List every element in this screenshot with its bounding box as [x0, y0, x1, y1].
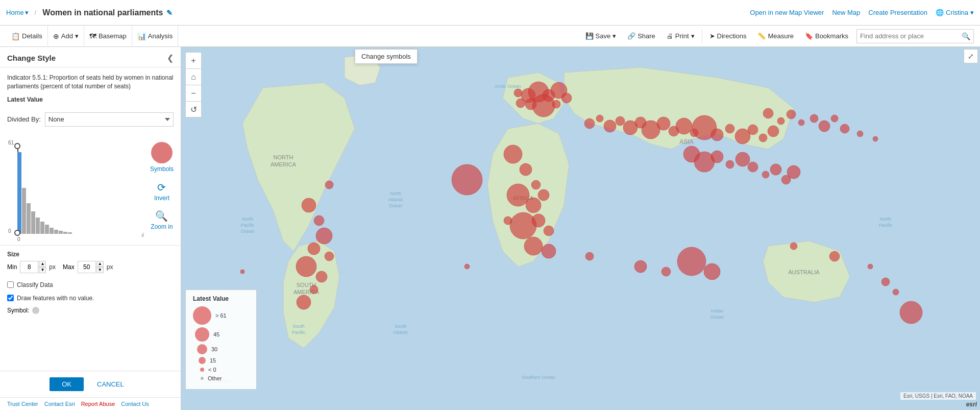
trust-center-link[interactable]: Trust Center — [7, 401, 38, 407]
svg-point-73 — [787, 165, 800, 179]
svg-point-57 — [538, 189, 549, 201]
svg-text:Atlantic: Atlantic — [393, 330, 408, 335]
svg-point-67 — [726, 160, 734, 168]
add-label: Add — [61, 32, 73, 40]
size-min-input[interactable]: 8 — [20, 261, 38, 273]
cancel-button[interactable]: CANCEL — [90, 377, 131, 391]
report-abuse-link[interactable]: Report Abuse — [81, 401, 115, 407]
open-new-map-viewer-link[interactable]: Open in new Map Viewer — [750, 9, 824, 16]
legend-circle-tiny — [200, 368, 204, 372]
search-box[interactable]: 🔍 — [856, 29, 974, 43]
save-icon: 💾 — [585, 32, 594, 40]
details-button[interactable]: 📋 Details — [6, 26, 48, 47]
svg-point-90 — [296, 256, 316, 277]
add-button[interactable]: ⊕ Add ▾ — [48, 26, 84, 47]
svg-point-97 — [677, 247, 706, 276]
svg-point-89 — [325, 252, 334, 261]
divided-by-label: Divided By: — [7, 115, 41, 123]
save-button[interactable]: 💾 Save ▾ — [580, 26, 622, 47]
draw-no-value-checkbox[interactable] — [7, 295, 14, 301]
divided-by-row: Divided By: None Population Area — [7, 112, 174, 127]
basemap-button[interactable]: 🗺 Basemap — [84, 26, 132, 47]
histogram-chart: 61 0 0 x̄ — [7, 138, 146, 245]
svg-point-43 — [676, 118, 692, 134]
directions-button[interactable]: ➤ Directions — [704, 26, 752, 47]
svg-point-52 — [504, 145, 522, 163]
home-button[interactable]: ⌂ — [185, 68, 202, 85]
change-symbols-popup[interactable]: Change symbols — [355, 49, 418, 64]
new-map-link[interactable]: New Map — [832, 9, 860, 16]
legend-label-5: Other — [208, 375, 222, 381]
svg-text:South: South — [292, 324, 305, 329]
size-min-up-button[interactable]: ▲ — [39, 261, 46, 267]
create-presentation-link[interactable]: Create Presentation — [868, 9, 927, 16]
svg-point-60 — [532, 214, 545, 227]
ok-button[interactable]: OK — [50, 377, 84, 391]
svg-point-35 — [596, 115, 603, 122]
directions-icon: ➤ — [709, 32, 715, 40]
panel-footer-buttons: OK CANCEL — [0, 371, 181, 397]
zoom-in-button[interactable]: + — [185, 52, 202, 68]
user-menu[interactable]: 🌐 Cristina ▾ — [936, 9, 974, 16]
size-label: Size — [7, 251, 174, 258]
legend-circle-large — [193, 306, 211, 325]
size-row: Min 8 ▲ ▼ px Max 50 ▲ ▼ px — [7, 261, 174, 273]
svg-point-85 — [302, 198, 316, 212]
svg-point-30 — [516, 99, 525, 108]
home-label[interactable]: Home — [6, 9, 24, 16]
size-min-unit: px — [49, 263, 56, 271]
map-title: Women in national parliaments ✎ — [42, 8, 172, 17]
svg-text:North: North — [880, 216, 891, 222]
hist-bar — [68, 232, 72, 234]
analysis-button[interactable]: 📊 Analysis — [132, 26, 178, 47]
panel-close-button[interactable]: ❮ — [167, 53, 174, 63]
measure-button[interactable]: 📏 Measure — [752, 26, 799, 47]
hist-bar — [54, 230, 58, 234]
svg-point-66 — [711, 151, 723, 163]
details-icon: 📋 — [11, 32, 20, 40]
classify-data-label[interactable]: Classify Data — [17, 281, 53, 288]
map-area[interactable]: NORTH AMERICA SOUTH AMERICA ASIA AFRICA … — [181, 47, 980, 410]
legend-label-4: < 0 — [208, 367, 216, 373]
svg-point-70 — [762, 171, 769, 178]
zoom-in-icon[interactable]: 🔍 — [155, 210, 168, 222]
invert-label[interactable]: Invert — [154, 195, 169, 202]
add-icon: ⊕ — [53, 32, 59, 40]
size-max-up-button[interactable]: ▲ — [96, 261, 104, 267]
contact-esri-link[interactable]: Contact Esri — [44, 401, 75, 407]
zoom-out-button[interactable]: − — [185, 85, 202, 101]
draw-no-value-label[interactable]: Draw features with no value. — [17, 295, 94, 302]
svg-text:North: North — [390, 191, 401, 196]
svg-text:Indian: Indian — [711, 308, 724, 313]
edit-title-icon[interactable]: ✎ — [166, 9, 173, 17]
basemap-label: Basemap — [99, 32, 127, 40]
hist-handle-top[interactable] — [14, 143, 20, 149]
user-name: Cristina — [946, 9, 968, 16]
size-min-down-button[interactable]: ▼ — [39, 267, 46, 273]
home-link[interactable]: Home ▾ — [6, 9, 29, 16]
refresh-button[interactable]: ↺ — [185, 101, 202, 117]
svg-point-83 — [873, 136, 878, 141]
map-expand-button[interactable]: ⤢ — [964, 49, 978, 63]
bookmarks-button[interactable]: 🔖 Bookmarks — [800, 26, 853, 47]
invert-icon[interactable]: ⟳ — [157, 181, 166, 194]
share-button[interactable]: 🔗 Share — [622, 26, 660, 47]
svg-point-105 — [240, 270, 244, 274]
svg-point-80 — [831, 115, 838, 122]
size-max-input[interactable]: 50 — [78, 261, 96, 273]
search-input[interactable] — [860, 32, 962, 40]
size-max-down-button[interactable]: ▼ — [96, 267, 104, 273]
zoom-in-label[interactable]: Zoom in — [151, 223, 173, 230]
search-icon[interactable]: 🔍 — [962, 32, 970, 40]
svg-point-46 — [711, 129, 723, 141]
symbols-label[interactable]: Symbols — [150, 165, 174, 173]
svg-text:Ocean: Ocean — [710, 315, 724, 320]
svg-text:AMERICA: AMERICA — [271, 161, 297, 167]
classify-data-checkbox[interactable] — [7, 281, 14, 288]
divided-by-select[interactable]: None Population Area — [45, 112, 174, 127]
svg-point-103 — [893, 289, 899, 295]
print-button[interactable]: 🖨 Print ▾ — [662, 26, 700, 47]
contact-us-link[interactable]: Contact Us — [121, 401, 149, 407]
home-caret: ▾ — [25, 9, 29, 16]
hist-handle-bottom[interactable] — [14, 230, 20, 236]
